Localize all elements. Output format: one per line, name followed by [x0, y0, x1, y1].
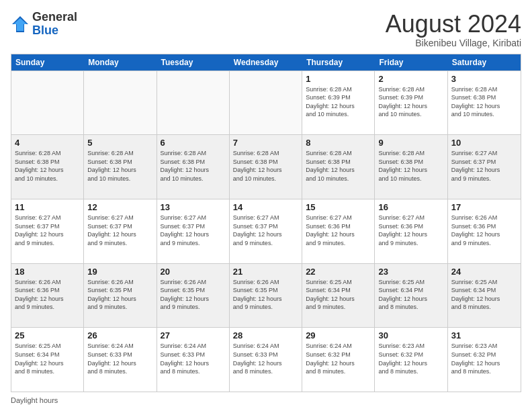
- day-of-week-header: Wednesday: [230, 54, 302, 71]
- calendar-day-cell: 23Sunrise: 6:25 AMSunset: 6:34 PMDayligh…: [375, 264, 447, 328]
- calendar-day-cell: 22Sunrise: 6:25 AMSunset: 6:34 PMDayligh…: [302, 264, 375, 328]
- day-info: Sunrise: 6:28 AMSunset: 6:38 PMDaylight:…: [161, 149, 226, 183]
- day-info: Sunrise: 6:25 AMSunset: 6:34 PMDaylight:…: [15, 342, 80, 375]
- title-block: August 2024 Bikenibeu Village, Kiribati: [386, 11, 521, 48]
- calendar-week-row: 1Sunrise: 6:28 AMSunset: 6:39 PMDaylight…: [11, 71, 521, 135]
- main-title: August 2024: [386, 11, 521, 38]
- day-info: Sunrise: 6:28 AMSunset: 6:38 PMDaylight:…: [233, 149, 298, 183]
- calendar-day-cell: 29Sunrise: 6:24 AMSunset: 6:32 PMDayligh…: [302, 328, 375, 392]
- calendar-day-cell: 11Sunrise: 6:27 AMSunset: 6:37 PMDayligh…: [11, 199, 84, 263]
- day-number: 24: [451, 267, 517, 277]
- day-number: 13: [161, 202, 226, 212]
- day-number: 18: [15, 267, 80, 277]
- calendar-day-cell: 15Sunrise: 6:27 AMSunset: 6:36 PMDayligh…: [302, 199, 375, 263]
- page: General Blue August 2024 Bikenibeu Villa…: [0, 0, 532, 411]
- day-of-week-header: Thursday: [302, 54, 375, 71]
- calendar-day-cell: 4Sunrise: 6:28 AMSunset: 6:38 PMDaylight…: [11, 135, 84, 199]
- calendar-day-cell: 28Sunrise: 6:24 AMSunset: 6:33 PMDayligh…: [230, 328, 302, 392]
- day-number: 16: [378, 202, 443, 212]
- calendar-day-cell: 13Sunrise: 6:27 AMSunset: 6:37 PMDayligh…: [157, 199, 230, 263]
- calendar-day-cell: 21Sunrise: 6:26 AMSunset: 6:35 PMDayligh…: [230, 264, 302, 328]
- day-info: Sunrise: 6:28 AMSunset: 6:38 PMDaylight:…: [378, 149, 443, 183]
- day-info: Sunrise: 6:26 AMSunset: 6:35 PMDaylight:…: [87, 278, 152, 312]
- day-number: 14: [233, 202, 298, 212]
- calendar-day-cell: 2Sunrise: 6:28 AMSunset: 6:39 PMDaylight…: [375, 71, 447, 135]
- day-info: Sunrise: 6:24 AMSunset: 6:33 PMDaylight:…: [161, 342, 226, 375]
- day-info: Sunrise: 6:25 AMSunset: 6:34 PMDaylight:…: [306, 278, 371, 312]
- day-info: Sunrise: 6:27 AMSunset: 6:36 PMDaylight:…: [306, 214, 371, 247]
- calendar-day-cell: 31Sunrise: 6:23 AMSunset: 6:32 PMDayligh…: [448, 328, 521, 392]
- day-info: Sunrise: 6:26 AMSunset: 6:36 PMDaylight:…: [15, 278, 80, 312]
- day-number: 27: [161, 330, 226, 340]
- day-of-week-header: Friday: [375, 54, 447, 71]
- calendar: SundayMondayTuesdayWednesdayThursdayFrid…: [11, 54, 521, 392]
- calendar-day-cell: 6Sunrise: 6:28 AMSunset: 6:38 PMDaylight…: [157, 135, 230, 199]
- logo-icon: [11, 15, 30, 34]
- footer: Daylight hours: [11, 396, 521, 404]
- calendar-day-cell: 10Sunrise: 6:27 AMSunset: 6:37 PMDayligh…: [448, 135, 521, 199]
- day-info: Sunrise: 6:26 AMSunset: 6:35 PMDaylight:…: [161, 278, 226, 312]
- calendar-day-cell: 12Sunrise: 6:27 AMSunset: 6:37 PMDayligh…: [84, 199, 157, 263]
- day-number: 20: [161, 267, 226, 277]
- day-info: Sunrise: 6:25 AMSunset: 6:34 PMDaylight:…: [451, 278, 517, 312]
- calendar-day-cell: 9Sunrise: 6:28 AMSunset: 6:38 PMDaylight…: [375, 135, 447, 199]
- logo-blue-text: Blue: [32, 24, 77, 38]
- calendar-day-cell: 7Sunrise: 6:28 AMSunset: 6:38 PMDaylight…: [230, 135, 302, 199]
- subtitle: Bikenibeu Village, Kiribati: [386, 38, 521, 48]
- calendar-week-row: 4Sunrise: 6:28 AMSunset: 6:38 PMDaylight…: [11, 134, 521, 199]
- day-of-week-header: Saturday: [448, 54, 521, 71]
- day-number: 2: [378, 74, 443, 84]
- calendar-day-cell: [230, 71, 302, 135]
- calendar-day-cell: 3Sunrise: 6:28 AMSunset: 6:38 PMDaylight…: [448, 71, 521, 135]
- calendar-day-cell: 20Sunrise: 6:26 AMSunset: 6:35 PMDayligh…: [157, 264, 230, 328]
- day-info: Sunrise: 6:28 AMSunset: 6:38 PMDaylight:…: [15, 149, 80, 183]
- day-info: Sunrise: 6:26 AMSunset: 6:35 PMDaylight:…: [233, 278, 298, 312]
- day-info: Sunrise: 6:27 AMSunset: 6:37 PMDaylight:…: [233, 214, 298, 247]
- day-info: Sunrise: 6:27 AMSunset: 6:37 PMDaylight:…: [15, 214, 80, 247]
- day-of-week-header: Sunday: [11, 54, 84, 71]
- calendar-day-cell: 24Sunrise: 6:25 AMSunset: 6:34 PMDayligh…: [448, 264, 521, 328]
- calendar-day-cell: [11, 71, 84, 135]
- day-number: 11: [15, 202, 80, 212]
- calendar-header: SundayMondayTuesdayWednesdayThursdayFrid…: [11, 54, 521, 71]
- day-number: 28: [233, 330, 298, 340]
- day-number: 15: [306, 202, 371, 212]
- calendar-day-cell: 25Sunrise: 6:25 AMSunset: 6:34 PMDayligh…: [11, 328, 84, 392]
- svg-marker-1: [13, 18, 27, 31]
- calendar-day-cell: 16Sunrise: 6:27 AMSunset: 6:36 PMDayligh…: [375, 199, 447, 263]
- day-info: Sunrise: 6:26 AMSunset: 6:36 PMDaylight:…: [451, 214, 517, 247]
- calendar-day-cell: 27Sunrise: 6:24 AMSunset: 6:33 PMDayligh…: [157, 328, 230, 392]
- calendar-day-cell: [157, 71, 230, 135]
- calendar-day-cell: 26Sunrise: 6:24 AMSunset: 6:33 PMDayligh…: [84, 328, 157, 392]
- day-info: Sunrise: 6:27 AMSunset: 6:37 PMDaylight:…: [87, 214, 152, 247]
- day-info: Sunrise: 6:28 AMSunset: 6:38 PMDaylight:…: [306, 149, 371, 183]
- day-info: Sunrise: 6:24 AMSunset: 6:33 PMDaylight:…: [87, 342, 152, 375]
- day-number: 4: [15, 138, 80, 148]
- header: General Blue August 2024 Bikenibeu Villa…: [11, 11, 521, 48]
- day-number: 17: [451, 202, 517, 212]
- logo-general-text: General: [32, 11, 77, 24]
- day-number: 7: [233, 138, 298, 148]
- calendar-day-cell: 18Sunrise: 6:26 AMSunset: 6:36 PMDayligh…: [11, 264, 84, 328]
- day-info: Sunrise: 6:27 AMSunset: 6:37 PMDaylight:…: [451, 149, 517, 183]
- day-number: 12: [87, 202, 152, 212]
- day-info: Sunrise: 6:23 AMSunset: 6:32 PMDaylight:…: [451, 342, 517, 375]
- day-info: Sunrise: 6:27 AMSunset: 6:36 PMDaylight:…: [378, 214, 443, 247]
- day-number: 25: [15, 330, 80, 340]
- calendar-body: 1Sunrise: 6:28 AMSunset: 6:39 PMDaylight…: [11, 71, 521, 392]
- day-info: Sunrise: 6:25 AMSunset: 6:34 PMDaylight:…: [378, 278, 443, 312]
- day-number: 23: [378, 267, 443, 277]
- day-number: 21: [233, 267, 298, 277]
- day-number: 10: [451, 138, 517, 148]
- day-info: Sunrise: 6:28 AMSunset: 6:38 PMDaylight:…: [87, 149, 152, 183]
- day-number: 31: [451, 330, 517, 340]
- calendar-day-cell: 14Sunrise: 6:27 AMSunset: 6:37 PMDayligh…: [230, 199, 302, 263]
- calendar-day-cell: 19Sunrise: 6:26 AMSunset: 6:35 PMDayligh…: [84, 264, 157, 328]
- calendar-week-row: 11Sunrise: 6:27 AMSunset: 6:37 PMDayligh…: [11, 199, 521, 263]
- day-number: 8: [306, 138, 371, 148]
- calendar-day-cell: 30Sunrise: 6:23 AMSunset: 6:32 PMDayligh…: [375, 328, 447, 392]
- day-info: Sunrise: 6:23 AMSunset: 6:32 PMDaylight:…: [378, 342, 443, 375]
- day-info: Sunrise: 6:28 AMSunset: 6:39 PMDaylight:…: [306, 85, 371, 119]
- calendar-day-cell: 8Sunrise: 6:28 AMSunset: 6:38 PMDaylight…: [302, 135, 375, 199]
- day-number: 26: [87, 330, 152, 340]
